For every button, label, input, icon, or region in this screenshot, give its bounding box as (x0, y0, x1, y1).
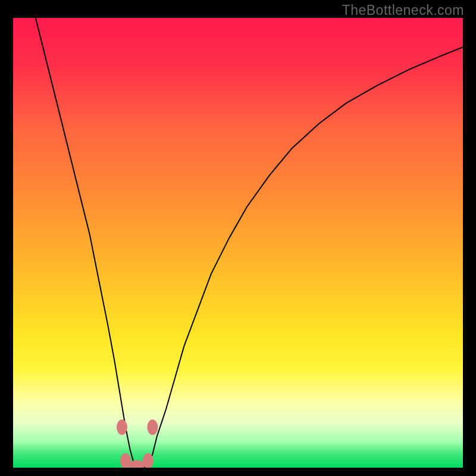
chart-svg (13, 18, 463, 468)
chart-frame (13, 18, 463, 468)
gradient-background (13, 18, 463, 468)
curve-marker (147, 419, 158, 435)
watermark-text: TheBottleneck.com (342, 2, 464, 18)
curve-marker (117, 419, 127, 435)
